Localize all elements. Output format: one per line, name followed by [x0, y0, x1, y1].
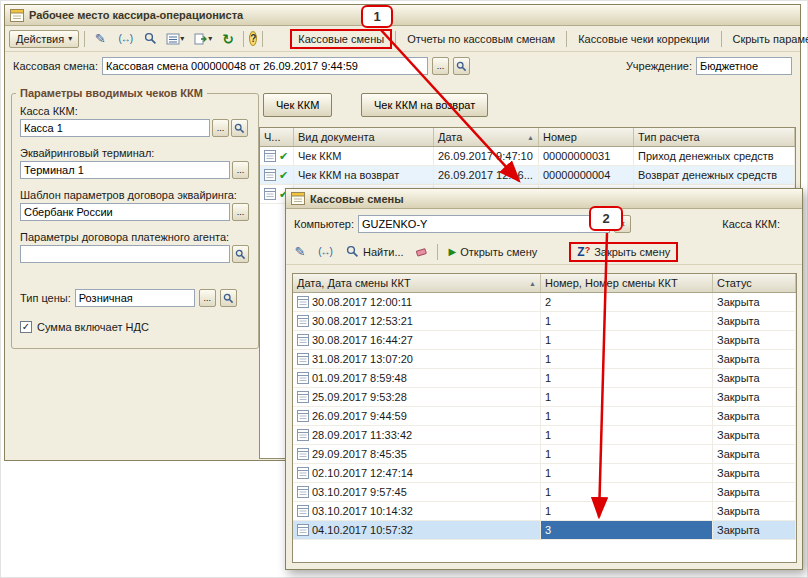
shift-reports-button[interactable]: Отчеты по кассовым сменам [401, 31, 561, 47]
shift-row[interactable]: 29.09.2017 8:45:35 1 Закрыта [293, 445, 796, 464]
edit-icon[interactable]: ✎ [290, 243, 310, 261]
window-icon [10, 9, 24, 22]
payment-type-cell: Возврат денежных средств [638, 169, 777, 181]
shift-date-cell: 30.08.2017 12:53:21 [312, 315, 413, 327]
close-shift-button[interactable]: Z? Закрыть смену [571, 244, 676, 260]
check-kkm-refund-button[interactable]: Чек ККМ на возврат [361, 93, 488, 117]
shift-row[interactable]: 01.09.2017 8:59:48 1 Закрыта [293, 369, 796, 388]
shift-number-cell: 1 [545, 334, 551, 346]
ellipsis-button[interactable]: ... [432, 57, 449, 75]
journal-icon [297, 372, 309, 384]
checkmark-icon: ✓ [22, 322, 30, 332]
col-shift-number[interactable]: Номер, Номер смены ККТ [545, 277, 678, 289]
search-icon[interactable] [140, 30, 160, 48]
open-shift-label: Открыть смену [460, 246, 537, 258]
col-date[interactable]: Дата [438, 131, 462, 143]
cash-shift-input[interactable] [102, 57, 428, 75]
ellipsis-button[interactable]: ... [232, 203, 249, 221]
shift-row[interactable]: 30.08.2017 16:44:27 1 Закрыта [293, 331, 796, 350]
ellipsis-button[interactable]: ... [199, 289, 216, 307]
shift-row[interactable]: 04.10.2017 10:57:32 3 Закрыта [293, 521, 796, 540]
kkm-filter-label: Касса ККМ: [722, 218, 780, 230]
swap-arrows-icon[interactable]: (↔) [112, 30, 138, 48]
document-row[interactable]: ✔ Чек ККМ на возврат 26.09.2017 12:16...… [260, 166, 795, 185]
main-window-title: Рабочее место кассира-операциониста [29, 9, 243, 21]
actions-button[interactable]: Действия ▾ [9, 30, 79, 48]
search-button[interactable] [220, 289, 237, 307]
actions-label: Действия [16, 33, 64, 45]
shift-status-cell: Закрыта [717, 467, 760, 479]
separator [395, 31, 396, 47]
journal-icon [297, 505, 309, 517]
hide-params-button[interactable]: Скрыть параметры [727, 31, 808, 47]
shift-number-cell: 1 [545, 505, 551, 517]
shift-number-cell: 1 [545, 448, 551, 460]
shift-row[interactable]: 30.08.2017 12:00:11 2 Закрыта [293, 293, 796, 312]
export-icon[interactable]: ▾ [190, 30, 216, 48]
posted-check-icon: ✔ [279, 151, 288, 162]
swap-arrows-icon[interactable]: (↔) [312, 243, 338, 261]
shift-row[interactable]: 28.09.2017 11:33:42 1 Закрыта [293, 426, 796, 445]
find-button[interactable]: Найти... [340, 243, 410, 260]
shifts-window-title: Кассовые смены [310, 193, 404, 205]
shift-status-cell: Закрыта [717, 315, 760, 327]
shifts-table: Дата, Дата смены ККТ▲ Номер, Номер смены… [292, 273, 797, 563]
acquiring-template-input[interactable] [20, 203, 230, 221]
window-icon [291, 192, 305, 205]
kkm-input[interactable] [20, 119, 210, 137]
cash-shifts-window: Кассовые смены Компьютер: × Касса ККМ: ✎… [285, 188, 803, 570]
shift-row[interactable]: 30.08.2017 12:53:21 1 Закрыта [293, 312, 796, 331]
col-doc-type[interactable]: Вид документа [298, 131, 375, 143]
search-button[interactable] [232, 245, 249, 263]
col-shift-date[interactable]: Дата, Дата смены ККТ [297, 277, 411, 289]
separator [437, 244, 438, 260]
computer-label: Компьютер: [294, 218, 354, 230]
check-kkm-button[interactable]: Чек ККМ [263, 93, 332, 117]
shift-number-cell: 1 [545, 372, 551, 384]
correction-checks-button[interactable]: Кассовые чеки коррекции [572, 31, 715, 47]
institution-input[interactable] [696, 57, 792, 75]
main-titlebar: Рабочее место кассира-операциониста [5, 5, 800, 26]
clear-icon[interactable]: × [614, 215, 631, 233]
shift-status-cell: Закрыта [717, 448, 760, 460]
institution-label: Учреждение: [626, 60, 692, 72]
edit-icon[interactable]: ✎ [90, 30, 110, 48]
open-shift-button[interactable]: ▶ Открыть смену [443, 244, 544, 260]
shift-date-cell: 03.10.2017 10:14:32 [312, 505, 413, 517]
refresh-icon[interactable]: ↻ [218, 30, 238, 48]
search-button[interactable] [231, 119, 248, 137]
shift-status-cell: Закрыта [717, 391, 760, 403]
search-button[interactable] [453, 57, 470, 75]
separator [243, 31, 244, 47]
shift-row[interactable]: 31.08.2017 13:07:20 1 Закрыта [293, 350, 796, 369]
agent-contract-input[interactable] [20, 245, 230, 263]
sort-asc-icon: ▲ [527, 134, 534, 141]
number-cell: 00000000031 [543, 150, 610, 162]
col-payment-type[interactable]: Тип расчета [638, 131, 700, 143]
cash-shifts-button[interactable]: Кассовые смены [292, 31, 390, 47]
ellipsis-button[interactable]: ... [232, 161, 249, 179]
clear-filter-icon[interactable] [412, 243, 432, 261]
shift-row[interactable]: 03.10.2017 10:14:32 1 Закрыта [293, 502, 796, 521]
doc-type-cell: Чек ККМ [298, 150, 341, 162]
document-row[interactable]: ✔ Чек ККМ 26.09.2017 9:47:10 00000000031… [260, 147, 795, 166]
shift-date-cell: 28.09.2017 11:33:42 [312, 429, 412, 441]
shift-date-cell: 04.10.2017 10:57:32 [312, 524, 413, 536]
shift-row[interactable]: 26.09.2017 9:44:59 1 Закрыта [293, 407, 796, 426]
close-shift-label: Закрыть смену [594, 246, 670, 258]
shift-date-cell: 30.08.2017 12:00:11 [312, 296, 412, 308]
shift-row[interactable]: 02.10.2017 12:47:14 1 Закрыта [293, 464, 796, 483]
price-type-input[interactable] [75, 289, 195, 307]
terminal-input[interactable] [20, 161, 230, 179]
shift-row[interactable]: 03.10.2017 9:57:45 1 Закрыта [293, 483, 796, 502]
shift-row[interactable]: 25.09.2017 9:53:28 1 Закрыта [293, 388, 796, 407]
vat-checkbox[interactable]: ✓ [20, 321, 32, 333]
col-number[interactable]: Номер [543, 131, 577, 143]
col-status[interactable]: Статус [717, 277, 752, 289]
ellipsis-button[interactable]: ... [212, 119, 229, 137]
col-posted[interactable]: Ч... [264, 131, 281, 143]
shift-status-cell: Закрыта [717, 486, 760, 498]
computer-input[interactable] [358, 215, 610, 233]
help-icon[interactable]: ? [249, 31, 257, 46]
list-settings-icon[interactable]: ▾ [162, 30, 188, 48]
